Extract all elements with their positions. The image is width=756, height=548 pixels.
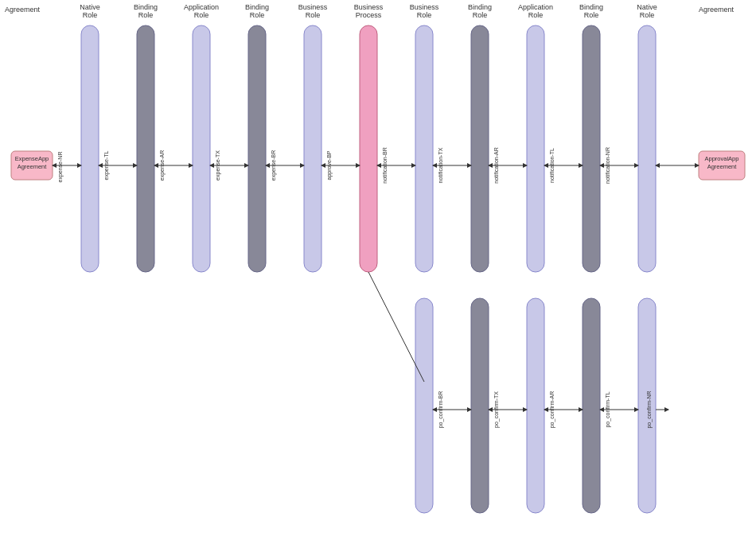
svg-text:Role: Role (640, 11, 655, 19)
lifeline-binding-right2-2 (583, 298, 600, 513)
label-notification-tl: notification-TL (549, 148, 555, 183)
svg-text:Role: Role (194, 11, 209, 19)
label-expense-nr: expense-NR (57, 152, 64, 183)
lifeline-native-right (638, 25, 656, 272)
col-label-binding-role-right: Binding (468, 3, 492, 11)
lifeline-binding-left2 (248, 25, 266, 272)
col-label-binding-role-right2: Binding (579, 3, 603, 11)
col-label-application-role-right: Application (518, 3, 553, 11)
lifeline-native-left (81, 25, 99, 272)
svg-text:ExpenseApp: ExpenseApp (15, 155, 49, 162)
lifeline-business-right-2 (415, 298, 433, 513)
svg-text:Role: Role (473, 11, 488, 19)
col-label-application-role-left: Application (184, 3, 219, 11)
svg-text:ApprovalApp: ApprovalApp (705, 155, 739, 162)
lifeline-business-process (360, 25, 377, 272)
col-label-native-role-left: Native (80, 3, 100, 11)
svg-text:Role: Role (584, 11, 599, 19)
label-approve-bp: approve-BP (326, 150, 333, 180)
label-notification-tx: notification-TX (438, 147, 443, 183)
diagram-container: Agreement Native Role Binding Role Appli… (0, 0, 756, 548)
lifeline-app-right (527, 25, 544, 272)
col-label-business-role-left: Business (298, 3, 328, 11)
label-po-confirm-tx: po_confirm-TX (493, 391, 500, 428)
col-label-business-process: Business (354, 3, 384, 11)
col-label-agreement-right: Agreement (699, 6, 735, 14)
label-notification-br: notification-BR (382, 147, 388, 184)
label-expense-tl: expense-TL (103, 150, 110, 180)
diagram-svg: Agreement Native Role Binding Role Appli… (0, 0, 756, 548)
lifeline-app-left (193, 25, 210, 272)
svg-text:Role: Role (138, 11, 154, 19)
label-notification-ar: notification-AR (493, 147, 499, 184)
lifeline-business-right (415, 25, 433, 272)
svg-text:Process: Process (356, 11, 382, 19)
label-expense-tx: expense-TX (215, 150, 221, 181)
col-label-business-role-right: Business (410, 3, 439, 11)
svg-text:Role: Role (417, 11, 432, 19)
label-notification-nr: notification-NR (605, 147, 610, 184)
svg-text:Role: Role (83, 11, 98, 19)
label-expense-ar: expense-AR (159, 150, 166, 181)
label-po-confirm-br: po_confirm-BR (438, 391, 444, 429)
label-po-confirm-tl: po_confirm-TL (605, 391, 611, 427)
label-po-confirm-nr: po_confirm-NR (646, 391, 653, 428)
col-label-binding-role-left2: Binding (245, 3, 269, 11)
lifeline-binding-right-2 (471, 298, 489, 513)
svg-text:Role: Role (528, 11, 544, 19)
col-label-agreement-left: Agreement (5, 6, 41, 14)
lifeline-app-right-2 (527, 298, 544, 513)
lifeline-binding-left (137, 25, 154, 272)
lifeline-business-left (304, 25, 321, 272)
svg-text:Role: Role (250, 11, 265, 19)
svg-text:Agreement: Agreement (707, 163, 738, 170)
svg-text:Agreement: Agreement (18, 163, 48, 170)
col-label-native-role-right: Native (637, 3, 657, 11)
col-label-binding-role-left: Binding (134, 3, 158, 11)
label-expense-br: expense-BR (271, 150, 277, 181)
lifeline-binding-right2 (583, 25, 600, 272)
label-po-confirm-ar: po_confirm-AR (549, 391, 555, 429)
svg-text:Role: Role (306, 11, 321, 19)
lifeline-binding-right (471, 25, 489, 272)
